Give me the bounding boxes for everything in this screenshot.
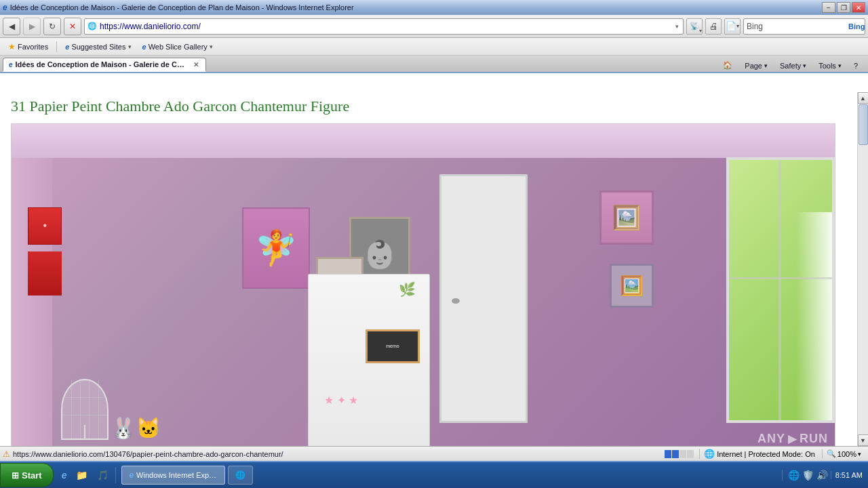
new-tab-button[interactable] (206, 58, 220, 72)
forward-icon: ▶ (29, 22, 35, 31)
red-box-1: • (28, 207, 62, 245)
refresh-button[interactable]: ↻ (43, 18, 61, 35)
scroll-down-button[interactable]: ▼ (858, 434, 869, 446)
status-progress (665, 450, 694, 458)
tab-close-icon[interactable]: ✕ (193, 61, 199, 68)
page-menu-label: Page (745, 62, 762, 70)
red-box-2 (28, 251, 62, 296)
address-bar-container: 🌐 ▾ (84, 18, 684, 35)
progress-block-3 (679, 450, 686, 458)
progress-block-2 (672, 450, 679, 458)
page-menu-button[interactable]: Page ▾ (740, 60, 772, 72)
page-dropdown-icon: ▾ (736, 23, 739, 29)
web-slice-icon: e (142, 43, 146, 51)
web-slice-gallery-label: Web Slice Gallery (149, 43, 208, 51)
search-input[interactable] (747, 22, 848, 31)
chalkboard-sticker: memo (366, 329, 420, 363)
active-tab[interactable]: e Idées de Conception de Maison - Galeri… (3, 58, 206, 72)
taskbar-item-ie[interactable]: e Windows Internet Explorer (121, 466, 225, 485)
suggested-sites-label: Suggested Sites (71, 43, 125, 51)
zoom-dropdown-icon[interactable]: ▾ (858, 451, 861, 458)
refresh-icon: ↻ (49, 22, 56, 31)
tab-bar: e Idées de Conception de Maison - Galeri… (0, 56, 868, 73)
scroll-up-button[interactable]: ▲ (858, 92, 869, 104)
page-title: 31 Papier Peint Chambre Ado Garcon Chant… (11, 98, 835, 115)
zoom-icon: 🔍 (827, 449, 836, 458)
print-icon[interactable]: 🖨 (705, 18, 722, 35)
tray-security-icon[interactable]: 🛡️ (802, 470, 814, 481)
stop-icon: ✕ (69, 22, 76, 31)
titlebar-controls: − ❐ ✕ (822, 2, 865, 13)
page-content: 31 Papier Peint Chambre Ado Garcon Chant… (0, 92, 846, 446)
quick-launch-folder[interactable]: 📁 (72, 468, 92, 482)
quick-launch-ie[interactable]: e (58, 468, 71, 482)
forward-button[interactable]: ▶ (23, 18, 41, 35)
quick-launch-media[interactable]: 🎵 (93, 468, 113, 482)
quick-launch-media-icon: 🎵 (97, 470, 108, 481)
wall-art-right-2: 🖼️ (610, 264, 654, 308)
left-decorations: • (28, 207, 65, 447)
minimize-button[interactable]: − (822, 2, 835, 13)
page-icon[interactable]: 📄 ▾ (724, 18, 741, 35)
suggested-sites-icon: e (65, 43, 69, 51)
door-handle (452, 298, 460, 304)
main-image-container: • 🧚 👶 (11, 123, 835, 446)
page-doc-icon: 📄 (726, 21, 736, 31)
fairy-art-frame: 🧚 (242, 207, 310, 289)
favorites-star-icon: ★ (8, 42, 16, 52)
quick-launch-folder-icon: 📁 (76, 470, 87, 481)
anyrun-text: ANY (757, 432, 785, 446)
scroll-thumb[interactable] (859, 104, 868, 145)
address-dropdown-icon[interactable]: ▾ (675, 23, 679, 30)
suggested-sites-button[interactable]: e Suggested Sites ▾ (61, 41, 135, 52)
help-icon: ? (854, 62, 858, 70)
back-button[interactable]: ◀ (3, 18, 20, 35)
printer-icon: 🖨 (709, 21, 718, 31)
window-frame (726, 157, 835, 423)
anyrun-play-icon: ▶ (788, 432, 797, 445)
progress-block-4 (687, 450, 694, 458)
favorites-button[interactable]: ★ Favorites (4, 41, 52, 53)
page-menu-dropdown-icon: ▾ (764, 62, 768, 69)
tools-menu-button[interactable]: Tools ▾ (814, 60, 846, 72)
anyrun-run-text: RUN (800, 432, 828, 446)
status-zone: 🌐 Internet | Protected Mode: On (699, 449, 819, 459)
door-frame (439, 174, 528, 424)
titlebar: e Idées de Conception de Maison - Galeri… (0, 0, 868, 15)
stop-button[interactable]: ✕ (64, 18, 81, 35)
suggested-sites-dropdown-icon: ▾ (128, 43, 132, 50)
main-image: • 🧚 👶 (12, 124, 835, 446)
safety-menu-label: Safety (780, 62, 801, 70)
star-stickers: ★ ✦ ★ (324, 394, 358, 407)
taskbar-clock: 8:51 AM (831, 471, 863, 479)
address-lock-icon: 🌐 (87, 22, 97, 30)
tray-volume-icon[interactable]: 🔊 (816, 470, 828, 481)
start-windows-icon: ⊞ (12, 470, 19, 481)
room-ceiling (12, 124, 835, 158)
status-lock-icon: ⚠ (3, 449, 10, 459)
status-zoom-container: 🔍 100% ▾ (822, 449, 865, 458)
start-button[interactable]: ⊞ Start (0, 463, 54, 487)
restore-button[interactable]: ❐ (837, 2, 850, 13)
address-input[interactable] (100, 22, 675, 31)
stuffed-animals: 🐰🐱 (111, 416, 161, 440)
web-slice-gallery-button[interactable]: e Web Slice Gallery ▾ (138, 41, 217, 52)
taskbar-ie-label: Windows Internet Explorer (136, 471, 218, 479)
rss-feed-icon: 📡 (690, 22, 699, 30)
tools-menu-dropdown-icon: ▾ (838, 62, 842, 69)
tray-network-icon[interactable]: 🌐 (788, 470, 800, 481)
close-button[interactable]: ✕ (852, 2, 865, 13)
rss-icon[interactable]: 📡 ▾ (686, 18, 703, 35)
taskbar-item-2[interactable]: 🌐 (228, 466, 253, 485)
os-taskbar: ⊞ Start e 📁 🎵 e Windows Internet Explore… (0, 461, 868, 488)
clock-time: 8:51 AM (835, 471, 863, 479)
system-tray: 🌐 🛡️ 🔊 8:51 AM (782, 470, 868, 481)
quick-launch-ie-icon: e (62, 470, 67, 481)
wall-art-right-1: 🖼️ (599, 190, 654, 245)
safety-menu-button[interactable]: Safety ▾ (775, 60, 811, 72)
help-button[interactable]: ? (849, 60, 863, 72)
chalkboard-text: memo (386, 344, 399, 348)
home-button[interactable]: 🏠 (718, 59, 737, 72)
page-wrapper[interactable]: 31 Papier Peint Chambre Ado Garcon Chant… (0, 92, 857, 446)
search-container: Bing 🔍 (743, 18, 865, 35)
